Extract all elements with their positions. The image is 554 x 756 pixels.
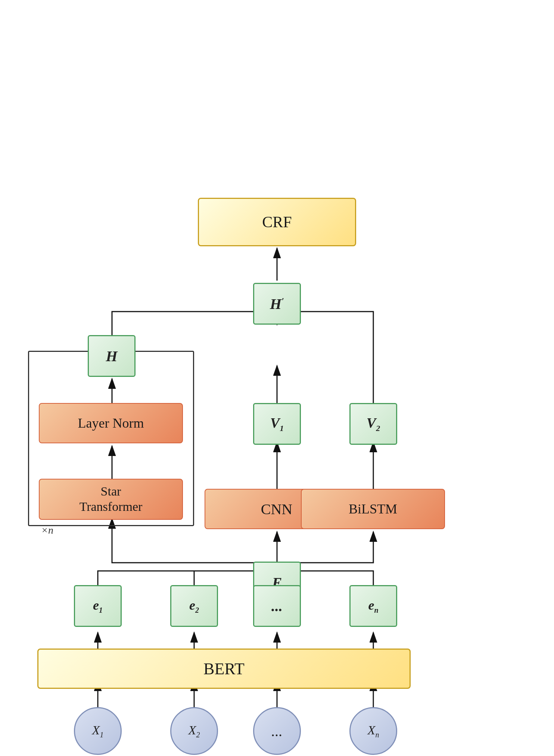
ellipsis-node: ... xyxy=(253,585,301,627)
v1-node: V1 xyxy=(253,403,301,445)
xn-circle: Xn xyxy=(349,707,397,755)
bilstm-label: BiLSTM xyxy=(349,501,397,517)
e2-label: e2 xyxy=(189,597,199,615)
e2-node: e2 xyxy=(170,585,218,627)
star-transformer-box: StarTransformer xyxy=(39,479,183,520)
layer-norm-box: Layer Norm xyxy=(39,403,183,443)
x2-label: X2 xyxy=(189,723,200,739)
v2-label: V2 xyxy=(367,415,380,433)
crf-box: CRF xyxy=(198,198,356,246)
x-ellipsis-circle: ... xyxy=(253,707,301,755)
en-node: en xyxy=(349,585,397,627)
cnn-label: CNN xyxy=(261,500,292,518)
h-node: H xyxy=(88,335,136,377)
v1-label: V1 xyxy=(270,415,284,433)
e1-label: e1 xyxy=(93,597,103,615)
v2-node: V2 xyxy=(349,403,397,445)
h-prime-node: H′ xyxy=(253,283,301,325)
crf-label: CRF xyxy=(262,213,292,231)
x2-circle: X2 xyxy=(170,707,218,755)
diagram: CRF H′ H Layer Norm StarTransformer ×n V… xyxy=(0,0,554,756)
h-label: H xyxy=(106,347,117,365)
x1-circle: X1 xyxy=(74,707,122,755)
x1-label: X1 xyxy=(92,723,104,739)
layer-norm-label: Layer Norm xyxy=(78,415,144,431)
ellipsis-label: ... xyxy=(271,597,283,615)
times-n-label: ×n xyxy=(41,524,53,536)
en-label: en xyxy=(368,597,378,615)
e1-node: e1 xyxy=(74,585,122,627)
bert-box: BERT xyxy=(37,649,411,689)
x-ellipsis-label: ... xyxy=(271,722,283,740)
star-transformer-label: StarTransformer xyxy=(80,484,143,515)
bilstm-box: BiLSTM xyxy=(301,489,445,529)
xn-label: Xn xyxy=(368,723,379,739)
h-prime-label: H′ xyxy=(270,295,284,313)
bert-label: BERT xyxy=(203,659,245,678)
